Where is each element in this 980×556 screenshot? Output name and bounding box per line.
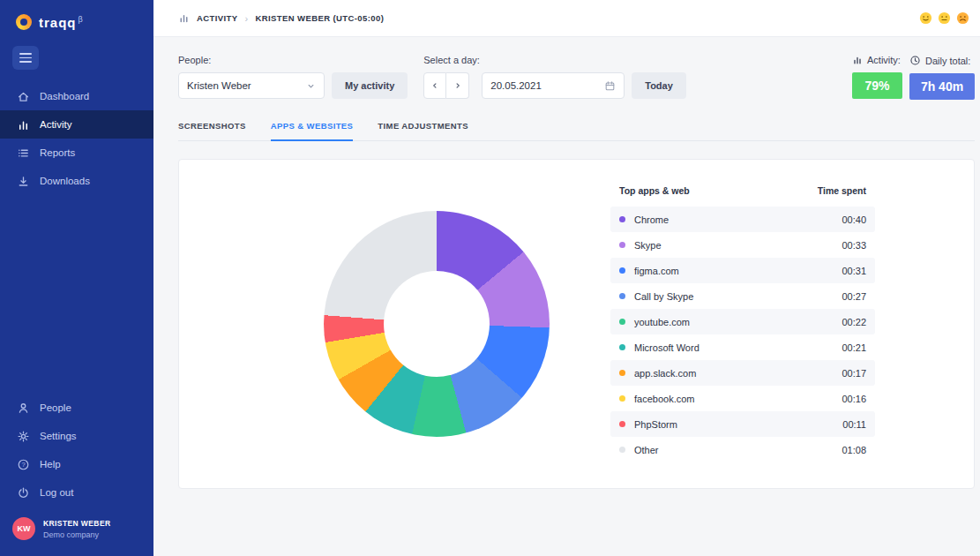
content: People: Kristen Weber My activity Select… <box>153 37 980 556</box>
activity-stat: Activity: 79% <box>852 55 902 100</box>
day-group: Select a day: 20.05.2021 <box>423 55 686 99</box>
download-icon <box>16 175 30 188</box>
sidebar-item-logout[interactable]: Log out <box>0 478 153 507</box>
app-time-spent: 00:21 <box>842 342 866 353</box>
mood-buttons <box>919 11 969 25</box>
filter-controls: People: Kristen Weber My activity Select… <box>178 55 975 100</box>
tab-apps-websites[interactable]: APPS & WEBSITES <box>271 121 354 141</box>
chart-area <box>179 211 610 437</box>
next-day-button[interactable] <box>446 72 469 99</box>
reports-list-icon <box>16 147 30 160</box>
app-time-spent: 00:33 <box>842 240 866 251</box>
table-row: Call by Skype00:27 <box>610 283 875 309</box>
app-color-dot <box>619 447 625 453</box>
app-color-dot <box>619 370 625 376</box>
traqq-app-window: traqqβ Dashboard Activity <box>0 0 980 556</box>
breadcrumb: ACTIVITY › KRISTEN WEBER (UTC-05:00) <box>178 12 384 24</box>
user-company: Demo company <box>43 530 111 539</box>
mood-unhappy-icon[interactable] <box>956 11 969 25</box>
tab-screenshots[interactable]: SCREENSHOTS <box>178 121 246 140</box>
table-row: Microsoft Word00:21 <box>610 334 875 360</box>
sidebar-item-label: People <box>40 402 71 413</box>
brand-logo[interactable]: traqqβ <box>0 0 153 37</box>
apps-table-rows: Chrome00:40Skype00:33figma.com00:31Call … <box>610 207 875 462</box>
table-row: youtube.com00:22 <box>610 309 875 334</box>
activity-percentage-badge: 79% <box>852 72 902 99</box>
stats-group: Activity: 79% Daily total: 7h 40m <box>852 55 975 100</box>
sidebar-item-label: Help <box>40 459 61 470</box>
tab-time-adjustments[interactable]: TIME ADJUSTMENTS <box>378 121 468 140</box>
date-value: 20.05.2021 <box>490 80 542 91</box>
calendar-icon <box>604 80 616 92</box>
breadcrumb-separator: › <box>244 13 248 24</box>
sidebar-item-label: Log out <box>40 487 73 498</box>
my-activity-button[interactable]: My activity <box>332 72 408 99</box>
app-name: facebook.com <box>634 394 842 404</box>
app-color-dot <box>619 395 625 402</box>
breadcrumb-user: KRISTEN WEBER (UTC-05:00) <box>256 13 385 23</box>
sidebar-item-settings[interactable]: Settings <box>0 422 153 450</box>
menu-toggle-button[interactable] <box>12 46 39 70</box>
sidebar-item-label: Downloads <box>40 176 90 186</box>
app-name: Skype <box>634 240 842 251</box>
sidebar-item-people[interactable]: People <box>0 394 153 422</box>
activity-stat-label: Activity: <box>867 55 901 65</box>
people-select[interactable]: Kristen Weber <box>178 72 325 99</box>
sidebar-item-label: Dashboard <box>40 91 89 101</box>
user-name: KRISTEN WEBER <box>43 519 111 528</box>
today-button[interactable]: Today <box>632 72 686 99</box>
sidebar-item-downloads[interactable]: Downloads <box>0 167 153 195</box>
app-time-spent: 00:16 <box>842 394 866 404</box>
sidebar-item-label: Activity <box>40 119 71 130</box>
apps-card: Top apps & web Time spent Chrome00:40Sky… <box>178 159 975 489</box>
sidebar-item-label: Reports <box>40 147 75 158</box>
app-color-dot <box>619 216 625 222</box>
app-name: Microsoft Word <box>634 342 842 353</box>
tab-bar: SCREENSHOTS APPS & WEBSITES TIME ADJUSTM… <box>178 121 975 141</box>
sidebar-item-reports[interactable]: Reports <box>0 139 153 167</box>
sidebar-item-help[interactable]: ? Help <box>0 450 153 478</box>
apps-table-header: Top apps & web Time spent <box>610 185 875 207</box>
app-name: Call by Skype <box>634 291 842 302</box>
app-time-spent: 00:31 <box>842 266 866 276</box>
current-user[interactable]: KW KRISTEN WEBER Demo company <box>0 507 153 556</box>
daily-total-badge: 7h 40m <box>909 73 975 100</box>
app-color-dot <box>619 319 625 325</box>
breadcrumb-section[interactable]: ACTIVITY <box>197 13 237 23</box>
mood-neutral-icon[interactable] <box>938 11 951 25</box>
prev-day-button[interactable] <box>423 72 446 99</box>
app-color-dot <box>619 344 625 350</box>
clock-icon <box>909 55 921 66</box>
activity-bars-icon <box>852 55 863 65</box>
app-color-dot <box>619 421 625 427</box>
app-name: Chrome <box>634 214 842 225</box>
sidebar-nav-top: Dashboard Activity Reports Downloads <box>0 82 153 195</box>
daily-total-label: Daily total: <box>925 56 970 66</box>
sidebar-item-activity[interactable]: Activity <box>0 110 153 139</box>
chevron-left-icon <box>430 81 439 90</box>
people-group: People: Kristen Weber My activity <box>178 55 408 99</box>
table-row: PhpStorm00:11 <box>610 411 875 437</box>
date-input[interactable]: 20.05.2021 <box>482 72 625 99</box>
user-avatar: KW <box>12 517 35 540</box>
sidebar-nav-bottom: People Settings ? Help Log out <box>0 394 153 507</box>
chevron-right-icon <box>453 81 462 90</box>
table-row: Skype00:33 <box>610 232 875 258</box>
app-color-dot <box>619 293 625 299</box>
sidebar: traqqβ Dashboard Activity <box>0 0 153 556</box>
app-name: app.slack.com <box>634 368 842 379</box>
apps-table: Top apps & web Time spent Chrome00:40Sky… <box>610 185 875 462</box>
table-row: app.slack.com00:17 <box>610 360 875 386</box>
time-column-header: Time spent <box>818 185 866 196</box>
daily-total-stat: Daily total: 7h 40m <box>909 55 975 100</box>
app-time-spent: 01:08 <box>842 445 866 455</box>
app-time-spent: 00:17 <box>842 368 866 379</box>
sidebar-item-dashboard[interactable]: Dashboard <box>0 82 153 110</box>
sidebar-item-label: Settings <box>40 431 77 441</box>
app-time-spent: 00:27 <box>842 291 866 302</box>
gear-icon <box>16 430 30 443</box>
beta-badge: β <box>79 15 84 24</box>
mood-happy-icon[interactable] <box>919 11 932 25</box>
app-time-spent: 00:11 <box>842 419 866 430</box>
sidebar-spacer <box>0 195 153 394</box>
